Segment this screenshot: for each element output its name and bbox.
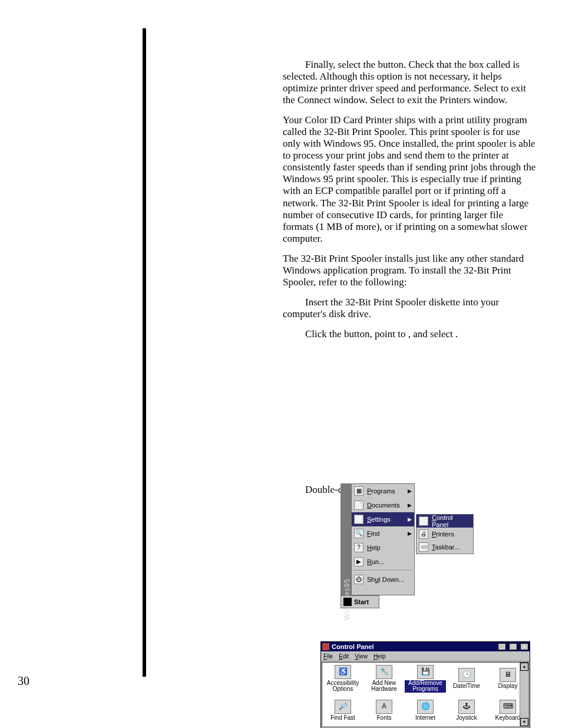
control-panel-window: Control Panel _ □ × File Edit View Help … [320, 641, 530, 728]
printers-icon: 🖨 [419, 529, 428, 539]
t: , and select [408, 328, 455, 340]
help-icon: ? [354, 543, 363, 552]
control-panel-icon [322, 643, 329, 650]
menubar: File Edit View Help [321, 651, 530, 661]
menu-file[interactable]: File [323, 653, 333, 660]
label: Internet [415, 715, 435, 722]
minimize-button[interactable]: _ [498, 643, 506, 650]
icon-joystick[interactable]: 🕹 Joystick [446, 694, 487, 726]
t: . [455, 328, 458, 340]
icon-row: ♿ Accessibility Options 🔧 Add New Hardwa… [322, 663, 528, 694]
label: Taskbar... [432, 543, 471, 551]
menu-item-shutdown[interactable]: ⏻ Shut Down... [352, 572, 414, 587]
control-panel-icon: 🗂 [419, 516, 428, 526]
menu-item-find[interactable]: 🔍 Find ▶ [352, 526, 414, 541]
icon-date-time[interactable]: 🕒 Date/Time [446, 663, 487, 694]
settings-icon: ⚙ [354, 515, 363, 524]
icon-area: ♿ Accessibility Options 🔧 Add New Hardwa… [322, 662, 529, 727]
icon-add-remove-programs[interactable]: 💾 Add/Remove Programs [405, 663, 446, 694]
icon-fonts[interactable]: A Fonts [363, 694, 405, 726]
menu-item-documents[interactable]: 📄 Documents ▶ [352, 498, 414, 512]
menu-item-run[interactable]: ▶ Run... [352, 555, 414, 569]
t: Finally, select the [305, 59, 378, 70]
submenu-printers[interactable]: 🖨 Printers [416, 528, 473, 541]
t: to exit the Printers window. [397, 94, 507, 106]
keyboard-icon: ⌨ [500, 700, 516, 714]
para-4: Insert the 32-Bit Print Spooler diskette… [283, 297, 536, 320]
windows-icon [343, 598, 352, 606]
documents-icon: 📄 [354, 500, 363, 510]
page-number: 30 [18, 674, 29, 688]
label: Find Fast [330, 715, 355, 722]
label: Display [498, 683, 518, 690]
find-icon: 🔍 [354, 529, 363, 538]
margin-rule [143, 28, 146, 677]
label: Documents [367, 502, 404, 509]
maximize-button[interactable]: □ [509, 643, 517, 650]
scrollbar[interactable]: ▴ ▾ [520, 663, 528, 726]
label: Accessibility Options [322, 680, 363, 693]
label: Add/Remove Programs [405, 680, 446, 693]
label: Printers [432, 531, 471, 538]
label: Shut Down... [367, 576, 412, 583]
taskbar-icon: ▭ [419, 542, 428, 552]
date-time-icon: 🕒 [458, 668, 475, 682]
display-icon: 🖥 [500, 668, 516, 682]
label: Run... [367, 558, 412, 565]
add-remove-icon: 💾 [417, 665, 434, 679]
start-label: Start [354, 598, 369, 605]
t: button. Check that the box called [378, 59, 513, 70]
scroll-up-button[interactable]: ▴ [520, 663, 528, 671]
add-hardware-icon: 🔧 [376, 665, 392, 679]
label: Keyboard [495, 715, 521, 722]
t: Click the [305, 328, 344, 340]
menu-item-help[interactable]: ? Help [352, 541, 414, 555]
icon-accessibility[interactable]: ♿ Accessibility Options [322, 663, 363, 694]
programs-icon: ▦ [354, 486, 363, 496]
para-1: Finally, select the button. Check that t… [283, 59, 536, 106]
icon-add-hardware[interactable]: 🔧 Add New Hardware [363, 663, 405, 694]
start-menu-body: ▦ Programs ▶ 📄 Documents ▶ ⚙ Settings ▶ … [351, 483, 415, 595]
start-menu-band: Windows95 [340, 483, 351, 595]
menu-edit[interactable]: Edit [339, 653, 349, 660]
run-icon: ▶ [354, 557, 363, 566]
accessibility-icon: ♿ [335, 665, 351, 679]
start-button[interactable]: Start [340, 595, 379, 608]
icon-row: 🔎 Find Fast A Fonts 🌐 Internet 🕹 Joystic… [322, 694, 528, 726]
label: Joystick [456, 715, 477, 722]
shutdown-icon: ⏻ [354, 575, 363, 584]
label: Settings [367, 516, 404, 523]
window-title: Control Panel [332, 643, 495, 650]
icon-internet[interactable]: 🌐 Internet [405, 694, 446, 726]
close-button[interactable]: × [520, 643, 528, 650]
start-menu-figure: Windows95 ▦ Programs ▶ 📄 Documents ▶ ⚙ S… [340, 483, 479, 610]
joystick-icon: 🕹 [458, 700, 475, 714]
arrow-icon: ▶ [408, 516, 412, 522]
menu-item-programs[interactable]: ▦ Programs ▶ [352, 484, 414, 498]
titlebar[interactable]: Control Panel _ □ × [321, 642, 530, 651]
label: Fonts [376, 715, 391, 722]
para-2: Your Color ID Card Printer ships with a … [283, 114, 536, 245]
label: Programs [367, 487, 404, 495]
submenu-taskbar[interactable]: ▭ Taskbar... [416, 541, 473, 554]
separator [353, 570, 413, 571]
arrow-icon: ▶ [408, 488, 412, 494]
menu-help[interactable]: Help [373, 653, 386, 660]
label: Find [367, 530, 404, 537]
settings-submenu: 🗂 Control Panel 🖨 Printers ▭ Taskbar... [416, 514, 474, 554]
menu-view[interactable]: View [355, 653, 368, 660]
menu-item-settings[interactable]: ⚙ Settings ▶ [352, 512, 414, 526]
label: Add New Hardware [363, 680, 405, 693]
label: Date/Time [453, 683, 480, 690]
t: button, point to [344, 328, 408, 340]
internet-icon: 🌐 [417, 700, 434, 714]
scroll-down-button[interactable]: ▾ [520, 718, 528, 726]
body-text: Finally, select the button. Check that t… [283, 59, 536, 504]
fonts-icon: A [376, 700, 392, 714]
submenu-control-panel[interactable]: 🗂 Control Panel [416, 515, 473, 528]
find-fast-icon: 🔎 [335, 700, 351, 714]
arrow-icon: ▶ [408, 531, 412, 536]
icon-find-fast[interactable]: 🔎 Find Fast [322, 694, 363, 726]
para-5: Click the button, point to , and select … [283, 328, 536, 340]
label: Control Panel [432, 514, 471, 528]
